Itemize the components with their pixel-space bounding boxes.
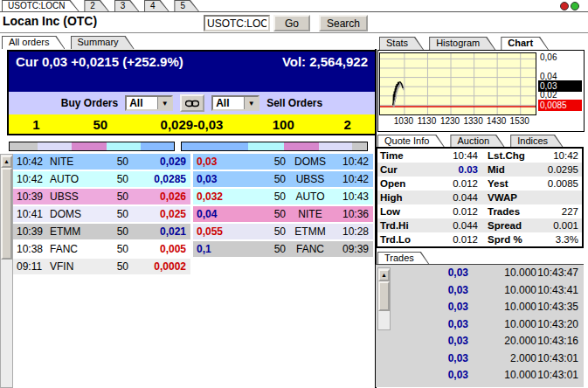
ask-row[interactable]: 0,03250AUTO10:43 bbox=[193, 189, 373, 204]
quote-label: Open bbox=[377, 177, 424, 191]
bid-size: 50 bbox=[95, 259, 141, 274]
trade-price: 0,03 bbox=[393, 265, 468, 282]
trade-row: 0,0310.00010:43:20 bbox=[393, 316, 584, 334]
bid-time: 10:42 bbox=[12, 171, 50, 187]
ask-size: 50 bbox=[242, 241, 290, 257]
ask-row[interactable]: 0,0350UBSS10:42 bbox=[193, 171, 373, 187]
header-separator bbox=[0, 32, 588, 34]
trade-size: 20.000 bbox=[468, 333, 536, 350]
trade-price: 0,03 bbox=[393, 299, 468, 316]
scrollbar-thumb[interactable] bbox=[1, 168, 12, 260]
symbol-input[interactable] bbox=[204, 15, 270, 31]
tab-summary[interactable]: Summary bbox=[71, 36, 135, 49]
scroll-up-icon[interactable]: ▲ bbox=[1, 156, 12, 168]
tab-chart[interactable]: Chart bbox=[501, 37, 549, 50]
trade-row: 0,0310.00010:43:01 bbox=[393, 367, 584, 385]
market-maker: AUTO bbox=[50, 171, 95, 187]
trade-size: 2.000 bbox=[468, 350, 536, 368]
bid-price: 0,021 bbox=[141, 224, 190, 239]
tab-stats[interactable]: Stats bbox=[379, 37, 424, 50]
quote-label: Mid bbox=[485, 163, 533, 177]
market-maker: DOMS bbox=[50, 206, 95, 222]
tab-trades[interactable]: Trades bbox=[377, 252, 430, 265]
ask-row[interactable]: 0,0450NITE10:36 bbox=[193, 206, 373, 222]
bid-time: 10:38 bbox=[12, 241, 50, 257]
bid-row[interactable]: 10:42NITE500,029 bbox=[12, 154, 190, 170]
market-maker: FANC bbox=[290, 241, 330, 257]
bid-price: 0,029 bbox=[141, 154, 190, 170]
tab-strip-baseline bbox=[0, 11, 588, 12]
bid-row[interactable]: 10:41DOMS500,025 bbox=[12, 206, 190, 222]
ask-order-count: 2 bbox=[320, 117, 375, 132]
quote-info-row: High0.044VWAP bbox=[377, 191, 582, 204]
tab-quote-info[interactable]: Quote Info bbox=[377, 135, 445, 148]
market-maker: DOMS bbox=[290, 154, 330, 170]
trade-size: 10.000 bbox=[468, 265, 536, 282]
market-maker: ETMM bbox=[290, 224, 330, 239]
quote-label: Trd.Lo bbox=[377, 232, 424, 246]
trade-size: 10.000 bbox=[468, 367, 536, 385]
bid-row[interactable]: 10:42AUTO500,0285 bbox=[12, 171, 190, 187]
status-dot-red-icon bbox=[560, 2, 569, 10]
trade-time: 10:43:20 bbox=[536, 316, 584, 334]
orders-tab-strip: All orders Summary bbox=[2, 36, 137, 50]
quote-value: 0.03 bbox=[424, 163, 485, 177]
bid-time: 10:42 bbox=[12, 154, 50, 170]
ask-row[interactable]: 0,05550ETMM10:28 bbox=[193, 224, 373, 239]
symbol-tab-2[interactable]: 2 bbox=[84, 0, 109, 11]
quote-label: High bbox=[377, 191, 424, 204]
link-panes-button[interactable] bbox=[180, 94, 204, 112]
x-tick-label: 1130 bbox=[413, 116, 439, 126]
quote-header-block: Cur 0,03 +0,0215 (+252.9%) Vol: 2,564,92… bbox=[7, 50, 377, 135]
bid-row[interactable]: 10:39ETMM500,021 bbox=[12, 224, 190, 239]
scrollbar-thumb[interactable] bbox=[378, 281, 390, 311]
market-maker: VFIN bbox=[50, 259, 95, 274]
trades-scrollbar[interactable]: ▲ bbox=[377, 267, 391, 330]
quote-label: Cur bbox=[377, 163, 424, 177]
bid-price: 0,005 bbox=[141, 241, 190, 257]
search-button[interactable]: Search bbox=[319, 15, 368, 31]
bid-row[interactable]: 10:39UBSS500,026 bbox=[12, 189, 190, 204]
bid-row[interactable]: 09:11VFIN500,0002 bbox=[12, 259, 190, 274]
quote-value: 0.012 bbox=[424, 177, 485, 191]
trade-size: 10.000 bbox=[468, 316, 536, 334]
depth-segment bbox=[248, 142, 283, 150]
ask-size: 50 bbox=[242, 154, 290, 170]
tab-histogram[interactable]: Histogram bbox=[429, 37, 495, 50]
scroll-up-icon[interactable]: ▲ bbox=[378, 269, 390, 281]
app-window: USOTC:LOCN 2 3 4 5 Locan Inc (OTC) Go Se… bbox=[0, 0, 588, 388]
symbol-tab-3[interactable]: 3 bbox=[114, 0, 140, 11]
tab-auction[interactable]: Auction bbox=[450, 135, 505, 148]
symbol-tab-4[interactable]: 4 bbox=[144, 0, 169, 11]
buy-filter-select[interactable]: All ▼ bbox=[125, 95, 173, 111]
ask-row[interactable]: 0,150FANC09:39 bbox=[193, 241, 373, 257]
chevron-down-icon[interactable]: ▼ bbox=[244, 97, 258, 109]
x-tick-label: 1430 bbox=[483, 116, 509, 126]
trade-row: 0,032.00010:43:01 bbox=[393, 350, 584, 368]
tab-all-orders[interactable]: All orders bbox=[2, 36, 65, 49]
symbol-tab-1[interactable]: USOTC:LOCN bbox=[2, 0, 80, 11]
ask-time: 10:43 bbox=[330, 189, 373, 204]
trade-time: 10:43:01 bbox=[536, 350, 584, 368]
quote-value: 10:44 bbox=[424, 149, 485, 163]
tab-indices[interactable]: Indices bbox=[510, 135, 564, 148]
bid-row[interactable]: 10:38FANC500,005 bbox=[12, 241, 190, 257]
instrument-title: Locan Inc (OTC) bbox=[3, 14, 97, 28]
go-button[interactable]: Go bbox=[273, 15, 310, 31]
ask-row[interactable]: 0,0350DOMS10:42 bbox=[193, 154, 373, 170]
depth-segment bbox=[319, 142, 352, 150]
quote-value: 10:42 bbox=[533, 149, 582, 163]
trade-row: 0,0310.00010:43:35 bbox=[393, 299, 584, 316]
chevron-down-icon[interactable]: ▼ bbox=[157, 97, 171, 109]
market-maker: UBSS bbox=[290, 171, 330, 187]
symbol-tab-5[interactable]: 5 bbox=[174, 0, 199, 11]
depth-segment bbox=[352, 142, 367, 150]
bid-price: 0,0285 bbox=[141, 171, 190, 187]
chain-link-icon bbox=[185, 100, 199, 107]
quote-info-row: Cur0.03Mid0.0295 bbox=[377, 163, 582, 177]
bid-column: 10:42NITE500,02910:42AUTO500,028510:39UB… bbox=[12, 154, 190, 276]
sell-filter-select[interactable]: All ▼ bbox=[211, 95, 259, 111]
book-scrollbar[interactable]: ▲ bbox=[0, 154, 13, 388]
buy-depth-bar bbox=[9, 142, 175, 151]
bid-size: 50 bbox=[95, 241, 141, 257]
